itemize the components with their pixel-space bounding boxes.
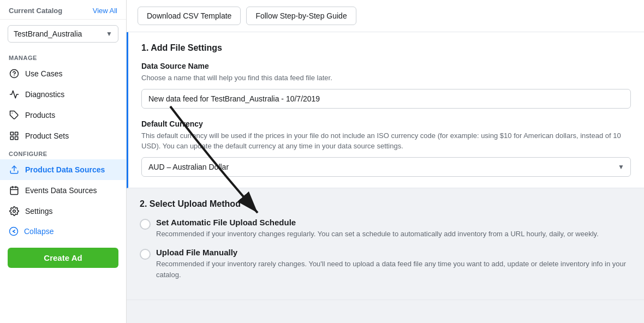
products-label: Products [25,111,55,119]
svg-point-13 [10,228,18,236]
view-all-link[interactable]: View All [93,7,117,15]
radio-automatic-content: Set Automatic File Upload Schedule Recom… [156,218,599,240]
radio-automatic-desc: Recommended if your inventory changes re… [156,229,599,240]
sidebar: Current Catalog View All TestBrand_Austr… [0,0,127,323]
main-content: Download CSV Template Follow Step-by-Ste… [127,0,644,323]
catalog-selector[interactable]: TestBrand_Australia ▼ [8,25,118,43]
svg-point-12 [13,210,16,213]
collapse-label: Collapse [24,227,53,236]
collapse-icon [9,226,19,236]
settings-icon [9,206,20,217]
sidebar-item-products[interactable]: Products [0,105,126,125]
manage-section-label: Manage [0,50,126,63]
sidebar-collapse-item[interactable]: Collapse [0,222,126,241]
data-source-name-desc: Choose a name that will help you find th… [141,73,631,83]
events-data-sources-label: Events Data Sources [25,186,97,195]
use-cases-label: Use Cases [25,69,62,78]
product-data-sources-icon [9,164,20,175]
sidebar-header: Current Catalog View All [0,0,126,20]
events-data-sources-icon [9,185,20,196]
product-data-sources-label: Product Data Sources [25,165,105,174]
radio-manual-label: Upload File Manually [156,248,631,257]
sidebar-item-settings[interactable]: Settings [0,201,126,222]
sidebar-item-events-data-sources[interactable]: Events Data Sources [0,180,126,201]
sidebar-item-diagnostics[interactable]: Diagnostics [0,84,126,105]
radio-option-manual: Upload File Manually Recommended if your… [140,248,631,280]
radio-manual[interactable] [140,249,151,260]
top-buttons-bar: Download CSV Template Follow Step-by-Ste… [127,0,644,32]
catalog-name: TestBrand_Australia [14,29,82,38]
configure-section-label: Configure [0,146,126,159]
follow-guide-button[interactable]: Follow Step-by-Step Guide [246,7,356,25]
add-file-settings-section: 1. Add File Settings Data Source Name Ch… [127,32,644,188]
currency-select[interactable]: AUD – Australian Dollar USD – US Dollar … [141,157,631,177]
chevron-down-icon: ▼ [106,30,112,38]
product-sets-icon [9,130,20,141]
radio-manual-content: Upload File Manually Recommended if your… [156,248,631,280]
svg-rect-3 [10,132,13,135]
data-source-name-input[interactable] [141,89,631,109]
radio-automatic[interactable] [140,219,151,230]
default-currency-desc: This default currency will be used if th… [141,130,631,152]
sidebar-item-use-cases[interactable]: Use Cases [0,63,126,84]
diagnostics-label: Diagnostics [25,90,64,99]
default-currency-label: Default Currency [141,119,631,128]
svg-rect-4 [15,132,18,135]
svg-rect-8 [10,187,18,195]
current-catalog-label: Current Catalog [9,7,62,15]
sidebar-item-product-sets[interactable]: Product Sets [0,125,126,146]
currency-select-wrapper: AUD – Australian Dollar USD – US Dollar … [141,157,631,177]
use-cases-icon [9,68,20,79]
download-csv-button[interactable]: Download CSV Template [138,7,241,25]
section2-title: 2. Select Upload Method [140,199,631,209]
radio-option-automatic: Set Automatic File Upload Schedule Recom… [140,218,631,240]
create-ad-button[interactable]: Create Ad [8,248,118,268]
products-icon [9,110,20,121]
svg-rect-6 [15,137,18,140]
sidebar-item-product-data-sources[interactable]: Product Data Sources [0,159,126,180]
section1-title: 1. Add File Settings [141,43,631,53]
product-sets-label: Product Sets [25,131,69,140]
settings-label: Settings [25,207,53,216]
select-upload-method-section: 2. Select Upload Method Set Automatic Fi… [127,188,644,301]
content-wrapper: Download CSV Template Follow Step-by-Ste… [127,0,644,300]
radio-automatic-label: Set Automatic File Upload Schedule [156,218,599,227]
radio-manual-desc: Recommended if your inventory rarely cha… [156,259,631,280]
diagnostics-icon [9,89,20,100]
data-source-name-label: Data Source Name [141,62,631,70]
svg-rect-5 [10,137,13,140]
